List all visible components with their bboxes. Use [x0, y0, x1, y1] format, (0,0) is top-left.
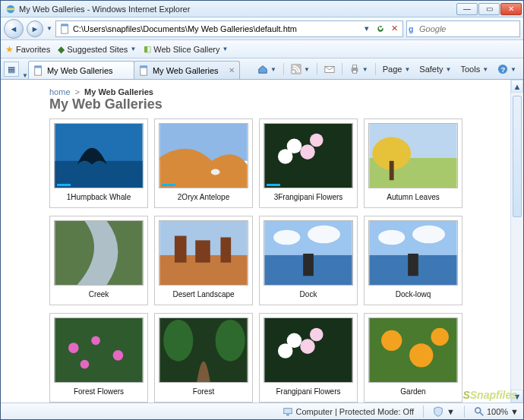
zoom-label: 100%	[487, 407, 508, 416]
page-menu[interactable]: Page▼	[379, 62, 415, 77]
gallery-item[interactable]: Desert Landscape	[154, 216, 253, 305]
thumbnail-caption: Garden	[400, 387, 425, 396]
breadcrumb-home[interactable]: home	[49, 87, 71, 96]
gallery-item[interactable]: 2Oryx Antelope	[154, 118, 253, 208]
svg-text:?: ?	[500, 65, 505, 74]
separator	[464, 406, 465, 418]
search-input[interactable]	[419, 24, 524, 33]
svg-rect-7	[140, 65, 147, 68]
thumbnail-image	[159, 220, 248, 286]
thumbnail-caption: 1Humpback Whale	[67, 193, 131, 201]
favorites-label: Favorites	[16, 45, 50, 54]
page-menu-label: Page	[383, 65, 402, 74]
breadcrumb: home > My Web Galleries	[49, 87, 504, 96]
thumbnail-image	[54, 317, 144, 383]
gallery-item[interactable]: Dock-lowq	[364, 216, 462, 305]
web-slice-label: Web Slice Gallery	[153, 45, 219, 54]
recent-pages-dropdown[interactable]: ▼	[46, 25, 52, 32]
separator	[423, 406, 424, 418]
gallery-item[interactable]: Forest	[154, 313, 253, 403]
separator	[317, 63, 317, 75]
svg-rect-13	[352, 71, 356, 74]
thumbnail-image	[264, 220, 353, 286]
scroll-down-button[interactable]: ▼	[511, 390, 523, 403]
thumbnail-image	[54, 220, 144, 286]
svg-text:g: g	[409, 24, 413, 33]
gallery-item[interactable]: Garden	[364, 313, 462, 403]
svg-rect-17	[286, 414, 289, 415]
home-button[interactable]: ▼	[254, 62, 280, 77]
suggested-sites-link[interactable]: ◆Suggested Sites▼	[58, 44, 136, 55]
tab-close-icon[interactable]: ✕	[229, 66, 235, 74]
web-slice-link[interactable]: ◧Web Slice Gallery▼	[144, 44, 228, 54]
security-zone[interactable]: Computer | Protected Mode: Off	[283, 406, 415, 417]
gallery-item[interactable]: 3Frangipani Flowers	[259, 118, 358, 208]
zoom-control[interactable]: 100% ▼	[474, 406, 519, 417]
gallery-grid: 1Humpback Whale2Oryx Antelope3Frangipani…	[49, 118, 504, 403]
tab-label: My Web Galleries	[153, 66, 219, 75]
thumbnail-image	[159, 123, 248, 188]
svg-rect-12	[352, 65, 356, 68]
close-button[interactable]: ✕	[500, 3, 522, 15]
address-dropdown[interactable]: ▾	[360, 22, 374, 36]
stop-button[interactable]: ✕	[387, 22, 401, 36]
vertical-scrollbar[interactable]: ▲ ▼	[510, 80, 523, 403]
tools-menu[interactable]: Tools▼	[456, 62, 492, 77]
breadcrumb-current: My Web Galleries	[84, 87, 153, 96]
gallery-item[interactable]: Autumn Leaves	[364, 118, 462, 208]
thumbnail-image	[264, 123, 353, 188]
zone-label: Computer | Protected Mode: Off	[296, 407, 415, 416]
scroll-thumb[interactable]	[513, 96, 522, 217]
scroll-up-button[interactable]: ▲	[511, 80, 523, 93]
search-box[interactable]: g 🔍	[406, 21, 520, 37]
scroll-track[interactable]	[511, 93, 523, 390]
forward-button[interactable]: ►	[27, 21, 43, 37]
tab-inactive[interactable]: My Web Galleries ✕	[134, 61, 240, 79]
thumbnail-caption: Creek	[89, 290, 109, 298]
titlebar: My Web Galleries - Windows Internet Expl…	[1, 1, 523, 17]
tab-list-dropdown[interactable]: ▼	[22, 72, 28, 79]
print-button[interactable]: ▼	[346, 62, 372, 77]
page-body: home > My Web Galleries My Web Galleries…	[1, 80, 510, 403]
breadcrumb-sep: >	[75, 87, 80, 96]
window-title: My Web Galleries - Windows Internet Expl…	[19, 5, 456, 14]
thumbnail-caption: Autumn Leaves	[387, 193, 440, 201]
address-input[interactable]	[73, 24, 360, 33]
content-area: home > My Web Galleries My Web Galleries…	[1, 80, 523, 403]
read-mail-button[interactable]	[320, 62, 339, 77]
thumbnail-image	[159, 317, 248, 383]
compat-view[interactable]: ▼	[433, 406, 455, 417]
browser-window: My Web Galleries - Windows Internet Expl…	[0, 0, 524, 420]
thumbnail-image	[54, 123, 144, 188]
ie-icon	[5, 4, 16, 14]
address-bar[interactable]: ▾ ✕	[55, 21, 403, 37]
command-bar: ▼ ▼ ▼ Page▼ Safety▼ Tools▼ ?▼	[254, 61, 520, 77]
gallery-item[interactable]: Forest Flowers	[49, 313, 148, 403]
refresh-button[interactable]	[374, 22, 387, 36]
thumbnail-caption: 2Oryx Antelope	[178, 193, 229, 201]
thumbnail-caption: Dock-lowq	[396, 290, 431, 298]
gallery-item[interactable]: Creek	[49, 216, 148, 305]
safety-menu[interactable]: Safety▼	[415, 62, 455, 77]
favorites-button[interactable]: ★Favorites	[5, 44, 50, 55]
search-provider-icon[interactable]: g	[409, 23, 419, 35]
maximize-button[interactable]: ▭	[478, 3, 500, 15]
quick-tabs-button[interactable]: ▦	[4, 62, 19, 77]
gallery-item[interactable]: Frangipani Flowers	[259, 313, 358, 403]
feeds-button[interactable]: ▼	[287, 62, 314, 77]
suggested-sites-label: Suggested Sites	[67, 45, 128, 54]
back-button[interactable]: ◄	[4, 19, 24, 39]
separator	[375, 63, 376, 75]
svg-rect-16	[283, 408, 292, 413]
gallery-item[interactable]: Dock	[259, 216, 358, 305]
svg-point-9	[292, 71, 295, 74]
tab-active[interactable]: My Web Galleries	[28, 61, 134, 79]
status-bar: Computer | Protected Mode: Off ▼ 100% ▼	[1, 403, 523, 419]
thumbnail-image	[368, 317, 458, 383]
gallery-item[interactable]: 1Humpback Whale	[49, 118, 148, 208]
svg-rect-2	[62, 24, 68, 26]
zoom-icon	[474, 406, 485, 417]
separator	[342, 63, 342, 75]
minimize-button[interactable]: —	[456, 3, 478, 15]
help-button[interactable]: ?▼	[494, 62, 520, 77]
